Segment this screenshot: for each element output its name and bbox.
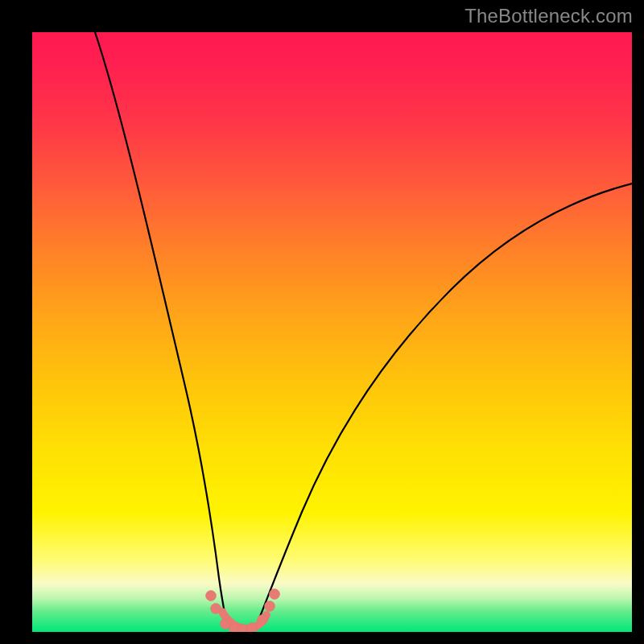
chart-frame: TheBottleneck.com <box>0 0 644 644</box>
marker-dot <box>258 615 268 625</box>
curve-layer <box>32 32 632 632</box>
marker-dot <box>270 589 280 600</box>
watermark-text: TheBottleneck.com <box>464 5 633 27</box>
marker-dot <box>211 604 221 614</box>
curve-left-branch <box>95 32 228 626</box>
marker-dot <box>206 591 217 601</box>
marker-dot <box>247 623 258 633</box>
curve-right-branch <box>256 184 632 626</box>
plot-area <box>32 32 632 632</box>
marker-dot <box>265 601 275 612</box>
